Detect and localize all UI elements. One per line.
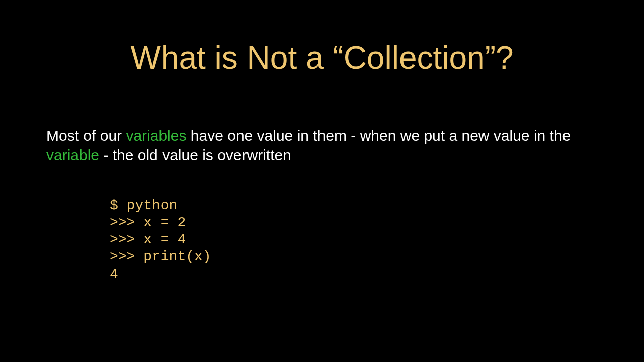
body-highlight-1: variables — [126, 127, 186, 144]
body-seg-2: have one value in them - when we put a n… — [186, 127, 571, 144]
body-highlight-2: variable — [46, 147, 99, 163]
slide-body: Most of our variables have one value in … — [46, 126, 598, 165]
body-seg-3: - the old value is overwritten — [99, 147, 291, 163]
slide: What is Not a “Collection”? Most of our … — [0, 0, 644, 362]
code-block: $ python >>> x = 2 >>> x = 4 >>> print(x… — [110, 197, 211, 283]
body-seg-1: Most of our — [46, 127, 126, 144]
slide-title: What is Not a “Collection”? — [0, 40, 644, 75]
